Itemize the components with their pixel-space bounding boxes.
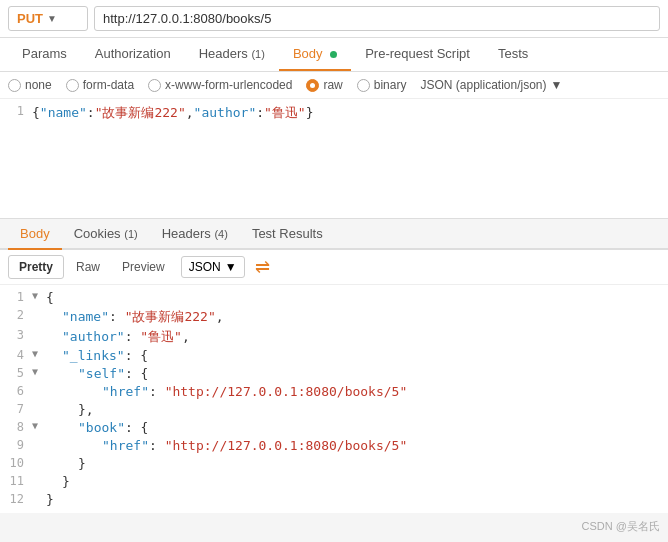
resp-content-8: "book": { xyxy=(78,420,148,435)
tab-headers[interactable]: Headers (1) xyxy=(185,38,279,71)
resp-line-1: 1 ▼ { xyxy=(0,289,668,307)
collapse-icon-10 xyxy=(32,456,44,467)
radio-urlencoded xyxy=(148,79,161,92)
collapse-icon-11 xyxy=(32,474,44,485)
radio-form-data xyxy=(66,79,79,92)
radio-none xyxy=(8,79,21,92)
resp-format-label: JSON xyxy=(189,260,221,274)
resp-tab-test-results[interactable]: Test Results xyxy=(240,219,335,250)
resp-line-12: 12 } xyxy=(0,491,668,509)
resp-line-10: 10 } xyxy=(0,455,668,473)
resp-content-7: }, xyxy=(78,402,94,417)
option-binary[interactable]: binary xyxy=(357,78,407,92)
resp-linenum-6: 6 xyxy=(8,384,32,398)
resp-linenum-8: 8 xyxy=(8,420,32,434)
resp-content-4: "_links": { xyxy=(62,348,148,363)
tab-body[interactable]: Body xyxy=(279,38,351,71)
resp-content-1: { xyxy=(46,290,54,305)
resp-content-12: } xyxy=(46,492,54,507)
wrap-icon[interactable]: ⇌ xyxy=(255,258,270,276)
pretty-button[interactable]: Pretty xyxy=(8,255,64,279)
resp-linenum-4: 4 xyxy=(8,348,32,362)
resp-linenum-9: 9 xyxy=(8,438,32,452)
tab-tests[interactable]: Tests xyxy=(484,38,542,71)
response-toolbar: Pretty Raw Preview JSON ▼ ⇌ xyxy=(0,250,668,285)
method-dropdown[interactable]: PUT ▼ xyxy=(8,6,88,31)
option-form-data[interactable]: form-data xyxy=(66,78,134,92)
resp-line-11: 11 } xyxy=(0,473,668,491)
resp-content-10: } xyxy=(78,456,86,471)
tab-authorization[interactable]: Authorization xyxy=(81,38,185,71)
tab-headers-label: Headers (1) xyxy=(199,46,265,61)
resp-linenum-10: 10 xyxy=(8,456,32,470)
option-form-data-label: form-data xyxy=(83,78,134,92)
resp-content-6: "href": "http://127.0.0.1:8080/books/5" xyxy=(102,384,407,399)
top-bar: PUT ▼ xyxy=(0,0,668,38)
raw-button[interactable]: Raw xyxy=(66,256,110,278)
option-raw-label: raw xyxy=(323,78,342,92)
resp-linenum-12: 12 xyxy=(8,492,32,506)
resp-content-11: } xyxy=(62,474,70,489)
resp-line-7: 7 }, xyxy=(0,401,668,419)
collapse-icon-12 xyxy=(32,492,44,503)
collapse-icon-4[interactable]: ▼ xyxy=(32,348,44,359)
tab-tests-label: Tests xyxy=(498,46,528,61)
resp-content-9: "href": "http://127.0.0.1:8080/books/5" xyxy=(102,438,407,453)
request-body-editor[interactable]: 1 {"name":"故事新编222","author":"鲁迅"} xyxy=(0,99,668,219)
option-binary-label: binary xyxy=(374,78,407,92)
tab-body-label: Body xyxy=(293,46,323,61)
option-none-label: none xyxy=(25,78,52,92)
preview-button[interactable]: Preview xyxy=(112,256,175,278)
collapse-icon-7 xyxy=(32,402,44,413)
body-options: none form-data x-www-form-urlencoded raw… xyxy=(0,72,668,99)
resp-format-chevron-icon: ▼ xyxy=(225,260,237,274)
resp-content-3: "author": "鲁迅", xyxy=(62,328,190,346)
collapse-icon-8[interactable]: ▼ xyxy=(32,420,44,431)
resp-tab-body-label: Body xyxy=(20,226,50,241)
response-section: Body Cookies (1) Headers (4) Test Result… xyxy=(0,219,668,513)
resp-tab-headers-label: Headers (4) xyxy=(162,226,228,241)
resp-line-5: 5 ▼ "self": { xyxy=(0,365,668,383)
url-input[interactable] xyxy=(94,6,660,31)
resp-format-dropdown[interactable]: JSON ▼ xyxy=(181,256,245,278)
collapse-icon-2 xyxy=(32,308,44,319)
resp-line-2: 2 "name": "故事新编222", xyxy=(0,307,668,327)
resp-tab-cookies-label: Cookies (1) xyxy=(74,226,138,241)
resp-tab-headers[interactable]: Headers (4) xyxy=(150,219,240,250)
format-dropdown[interactable]: JSON (application/json) ▼ xyxy=(420,78,562,92)
resp-tab-test-results-label: Test Results xyxy=(252,226,323,241)
resp-content-2: "name": "故事新编222", xyxy=(62,308,224,326)
tab-pre-request[interactable]: Pre-request Script xyxy=(351,38,484,71)
option-none[interactable]: none xyxy=(8,78,52,92)
resp-line-6: 6 "href": "http://127.0.0.1:8080/books/5… xyxy=(0,383,668,401)
resp-line-4: 4 ▼ "_links": { xyxy=(0,347,668,365)
radio-binary xyxy=(357,79,370,92)
resp-linenum-3: 3 xyxy=(8,328,32,342)
tab-params-label: Params xyxy=(22,46,67,61)
collapse-icon-5[interactable]: ▼ xyxy=(32,366,44,377)
collapse-icon-6 xyxy=(32,384,44,395)
body-dot-indicator xyxy=(330,51,337,58)
watermark: CSDN @吴名氏 xyxy=(582,519,660,534)
resp-linenum-11: 11 xyxy=(8,474,32,488)
resp-linenum-7: 7 xyxy=(8,402,32,416)
tab-pre-request-label: Pre-request Script xyxy=(365,46,470,61)
request-tabs: Params Authorization Headers (1) Body Pr… xyxy=(0,38,668,72)
tab-params[interactable]: Params xyxy=(8,38,81,71)
format-chevron-icon: ▼ xyxy=(551,78,563,92)
collapse-icon-9 xyxy=(32,438,44,449)
format-label: JSON (application/json) xyxy=(420,78,546,92)
tab-authorization-label: Authorization xyxy=(95,46,171,61)
response-tabs: Body Cookies (1) Headers (4) Test Result… xyxy=(0,219,668,250)
resp-linenum-5: 5 xyxy=(8,366,32,380)
resp-tab-body[interactable]: Body xyxy=(8,219,62,250)
resp-linenum-2: 2 xyxy=(8,308,32,322)
option-raw[interactable]: raw xyxy=(306,78,342,92)
collapse-icon-3 xyxy=(32,328,44,339)
method-chevron-icon: ▼ xyxy=(47,13,57,24)
option-urlencoded[interactable]: x-www-form-urlencoded xyxy=(148,78,292,92)
radio-raw xyxy=(306,79,319,92)
resp-tab-cookies[interactable]: Cookies (1) xyxy=(62,219,150,250)
resp-content-5: "self": { xyxy=(78,366,148,381)
collapse-icon-1[interactable]: ▼ xyxy=(32,290,44,301)
